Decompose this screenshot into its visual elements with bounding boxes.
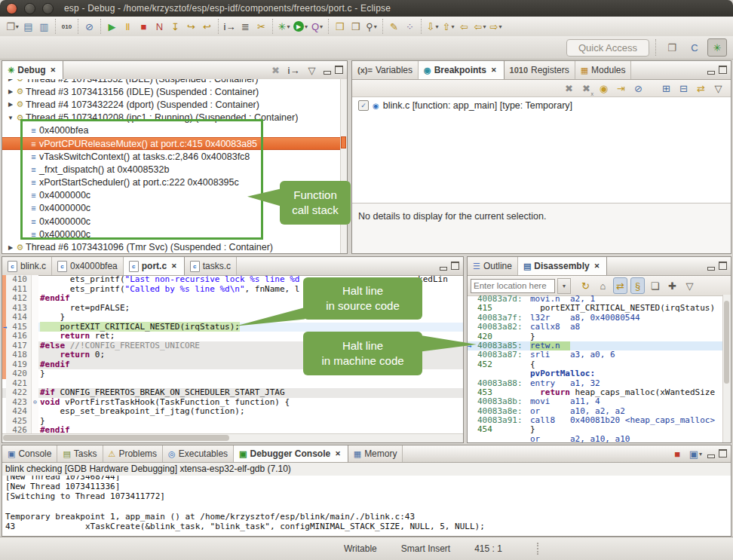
annotation-preferences-icon[interactable]: ⁘ (403, 18, 417, 35)
thread-row[interactable]: ▼⚙Thread #5 1073410208 (ipc1 : Running) … (2, 112, 347, 124)
instruction-stepping-mode-icon[interactable]: i→ (287, 62, 301, 78)
dropdown-arrow-icon[interactable]: ▾ (305, 23, 308, 30)
sync-with-active-context-icon[interactable]: ⇄ (613, 277, 627, 294)
location-input[interactable] (471, 279, 555, 293)
debug-perspective-icon[interactable]: ✳ (707, 38, 727, 57)
thread-row[interactable]: ▶⚙Thread #3 1073413156 (IDLE) (Suspended… (2, 85, 347, 98)
minimize-view-icon[interactable] (438, 262, 448, 271)
search-icon[interactable]: ⚲▾ (364, 18, 379, 35)
tab-executables[interactable]: ◎Executables (163, 445, 234, 462)
debug-icon[interactable]: ✳▾ (277, 18, 291, 35)
tab-problems[interactable]: ⚠Problems (103, 445, 164, 462)
minimize-view-icon[interactable] (706, 450, 716, 458)
vertical-scrollbar[interactable] (722, 295, 731, 442)
minimize-window-icon[interactable] (24, 3, 35, 14)
stack-frame-row[interactable]: ≡0x4000000c (2, 215, 347, 228)
disassembly-line[interactable]: 40083a91:call8 0x40081b20 <heap_caps_mal… (468, 416, 731, 425)
expand-expander-icon[interactable]: ▶ (7, 101, 14, 108)
expand-expander-icon[interactable]: ▶ (7, 79, 14, 82)
disassembly-line[interactable]: 454} (468, 425, 731, 434)
quick-access-button[interactable]: Quick Access (566, 39, 649, 57)
remove-selected-breakpoints-icon[interactable]: ✖ (562, 80, 576, 96)
show-breakpoints-supported-icon[interactable]: ◉ (597, 80, 611, 96)
open-type-icon[interactable]: ❒ (333, 18, 347, 35)
collapse-expander-icon[interactable]: ▼ (7, 115, 14, 121)
binary-display-icon[interactable]: 010 (60, 18, 74, 35)
stack-frame-row[interactable]: ≡0x4000000c (2, 202, 347, 215)
forward-icon[interactable]: ⇨▾ (489, 18, 503, 35)
dropdown-arrow-icon[interactable]: ▾ (320, 23, 323, 30)
new-wizard-icon[interactable]: ❐▾ (5, 18, 20, 35)
dropdown-arrow-icon[interactable]: ▾ (699, 451, 702, 457)
view-menu-icon[interactable]: ▽ (682, 277, 697, 294)
refresh-icon[interactable]: ↻ (578, 277, 593, 294)
tab-memory[interactable]: ▦Memory (348, 445, 403, 462)
close-tab-icon[interactable]: ✕ (170, 262, 179, 271)
step-into-icon[interactable]: ↧ (168, 18, 182, 35)
remove-all-terminated-icon[interactable]: ✖ (268, 62, 283, 78)
use-step-filters-icon[interactable]: ✂ (254, 18, 268, 35)
stack-frame-row[interactable]: ≡xPortStartScheduler() at port.c:222 0x4… (2, 176, 347, 189)
close-tab-icon[interactable]: ✕ (49, 66, 58, 75)
code-line[interactable]: 418 return 0; (2, 350, 463, 360)
disassembly-line[interactable]: 452{ (468, 360, 731, 369)
go-to-last-edit-icon[interactable]: ⇧▾ (441, 18, 455, 35)
maximize-view-icon[interactable] (718, 450, 728, 458)
open-resource-icon[interactable]: ❒ (348, 18, 363, 35)
show-suspended-threads-icon[interactable]: ≣ (238, 18, 253, 35)
thread-row[interactable]: ▶⚙Thread #4 1073432224 (dport) (Suspende… (2, 98, 347, 111)
breakpoint-checkbox[interactable]: ✓ (358, 100, 369, 111)
tab-0x4000bfea[interactable]: c0x4000bfea (52, 257, 124, 275)
code-line[interactable]: 420} (2, 369, 463, 379)
location-dropdown-icon[interactable]: ▾ (557, 278, 571, 294)
dropdown-arrow-icon[interactable]: ▾ (287, 23, 290, 30)
tab-breakpoints[interactable]: ◉Breakpoints✕ (419, 61, 505, 79)
tab-outline[interactable]: ☰Outline (468, 257, 518, 275)
stack-frame-row[interactable]: ≡vPortCPUReleaseMutex() at port.c:415 0x… (2, 137, 347, 150)
disconnect-icon[interactable]: N (152, 18, 167, 35)
suspend-icon[interactable]: Ⅱ (121, 18, 135, 35)
scrollbar-thumb[interactable] (724, 301, 729, 384)
code-line[interactable]: 413 ret=pdFALSE; (2, 304, 463, 314)
tab-tasks[interactable]: ▤Tasks (57, 445, 103, 462)
tab-port-c[interactable]: cport.c✕ (124, 257, 185, 275)
close-tab-icon[interactable]: ✕ (489, 66, 498, 75)
maximize-view-icon[interactable] (450, 262, 460, 271)
save-icon[interactable]: ▤ (21, 18, 35, 35)
code-line[interactable]: 424 esp_set_breakpoint_if_jtag(function)… (2, 407, 463, 417)
tab-blink-c[interactable]: cblink.c (2, 257, 52, 275)
maximize-view-icon[interactable] (718, 66, 728, 75)
close-window-icon[interactable] (6, 3, 17, 14)
toggle-mark-occurrences-icon[interactable]: ✎ (387, 18, 401, 35)
step-over-icon[interactable]: ↪ (184, 18, 198, 35)
minimize-view-icon[interactable] (706, 66, 716, 75)
home-icon[interactable]: ⌂ (596, 277, 610, 294)
maximize-view-icon[interactable] (718, 262, 728, 271)
remove-all-breakpoints-icon[interactable]: ✖x (579, 80, 593, 96)
tab-modules[interactable]: ▦Modules (575, 61, 632, 79)
back-icon[interactable]: ⇦ (457, 18, 471, 35)
disassembly-line[interactable]: 415 portEXIT_CRITICAL_NESTED(irqStatus) (468, 304, 731, 313)
dropdown-arrow-icon[interactable]: ▾ (435, 23, 438, 30)
back-history-icon[interactable]: ⇦▾ (473, 18, 487, 35)
code-line[interactable]: 411 ets_printf("Called by %s line %d\n",… (2, 285, 463, 295)
disassembly-line[interactable]: 40083a87:srli a3, a0, 6 (468, 350, 731, 360)
tab-debugger-console[interactable]: ▣Debugger Console✕ (234, 445, 348, 462)
tab-registers[interactable]: 1010Registers (505, 61, 575, 79)
save-all-icon[interactable]: ▥ (37, 18, 51, 35)
external-tools-icon[interactable]: Q▾ (310, 18, 324, 35)
stack-frame-row[interactable]: ≡0x4000000c (2, 228, 347, 240)
dropdown-arrow-icon[interactable]: ▾ (374, 23, 377, 30)
stack-frame-row[interactable]: ≡0x4000bfea (2, 124, 347, 137)
close-tab-icon[interactable]: ✕ (593, 262, 602, 271)
overview-ruler[interactable] (340, 79, 347, 253)
cpp-perspective-icon[interactable]: C (685, 38, 704, 57)
code-line[interactable]: 419#endif (2, 360, 463, 370)
open-perspective-icon[interactable]: ❐ (662, 38, 682, 57)
resume-icon[interactable]: ▶ (105, 18, 119, 35)
dropdown-arrow-icon[interactable]: ▾ (16, 23, 19, 30)
skip-all-breakpoints-icon[interactable]: ⊘ (631, 80, 646, 96)
tab-tasks-c[interactable]: ctasks.c (185, 257, 237, 275)
last-edit-location-icon[interactable]: ⇩▾ (425, 18, 440, 35)
source-editor[interactable]: 410 ets_printf("Last non-recursive lock … (2, 275, 463, 434)
